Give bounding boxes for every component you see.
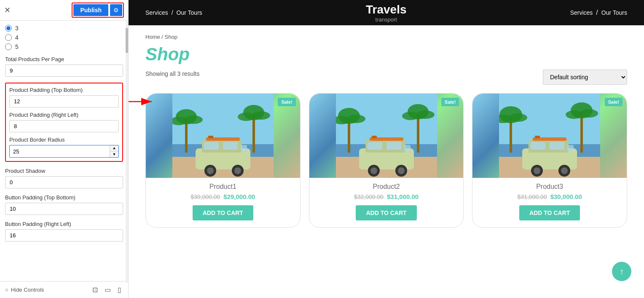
svg-rect-59 xyxy=(531,142,545,150)
product-illustration-2 xyxy=(336,94,437,178)
border-radius-input[interactable] xyxy=(10,146,110,157)
tablet-icon: ▭ xyxy=(105,286,111,293)
svg-point-34 xyxy=(416,110,435,119)
svg-point-12 xyxy=(252,111,270,120)
nav-tours-link[interactable]: Our Tours xyxy=(177,9,202,16)
svg-point-19 xyxy=(207,167,214,174)
product-prices-1: $30,000.00 $29,000.00 xyxy=(146,193,300,200)
settings-button[interactable]: ⚙ xyxy=(110,4,122,16)
breadcrumb-home-link[interactable]: Home xyxy=(145,34,160,40)
svg-point-56 xyxy=(580,109,598,118)
products-grid: Sale! Product1 $30,000.00 $29,000.00 Add… xyxy=(145,93,627,228)
product-card-3: Sale! Product3 $31,000.00 $30,000.00 Add… xyxy=(472,93,627,228)
product-image-wrapper-1: Sale! xyxy=(146,94,300,178)
columns-radio-group: 3 4 5 xyxy=(5,25,123,50)
price-old-3: $31,000.00 xyxy=(518,193,547,200)
add-to-cart-3[interactable]: Add to cart xyxy=(519,205,580,220)
nav-sep-1: / xyxy=(172,9,173,16)
svg-rect-67 xyxy=(535,136,540,138)
svg-rect-9 xyxy=(252,115,255,153)
radio-3-label: 3 xyxy=(15,25,19,32)
btn-padding-right-left-field: Button Padding (Right Left) xyxy=(5,221,123,242)
radio-5-input[interactable] xyxy=(5,43,12,50)
svg-rect-17 xyxy=(241,145,247,151)
product-illustration-1 xyxy=(172,94,274,178)
product-card-1: Sale! Product1 $30,000.00 $29,000.00 Add… xyxy=(145,93,301,228)
publish-wrapper: Publish ⚙ xyxy=(72,3,124,18)
panel-content: 3 4 5 Total Products Per Page Product Pa… xyxy=(0,21,128,281)
svg-rect-31 xyxy=(417,114,419,153)
product-name-1: Product1 xyxy=(146,183,300,191)
svg-rect-23 xyxy=(208,136,213,138)
publish-button[interactable]: Publish xyxy=(73,4,108,16)
svg-point-63 xyxy=(534,167,540,174)
btn-padding-right-left-label: Button Padding (Right Left) xyxy=(5,221,123,227)
btn-padding-right-left-input[interactable] xyxy=(5,229,123,242)
nav-right-tours-link[interactable]: Our Tours xyxy=(601,9,627,16)
btn-padding-top-bottom-label: Button Padding (Top Bottom) xyxy=(5,194,123,201)
radio-option-5[interactable]: 5 xyxy=(5,43,123,50)
product-shadow-input[interactable] xyxy=(5,176,123,188)
sort-select[interactable]: Default sorting Sort by popularity Sort … xyxy=(543,70,627,85)
shop-toolbar: Showing all 3 results Default sorting So… xyxy=(145,70,627,85)
main-area: Services / Our Tours Travels transport S… xyxy=(129,0,644,298)
padding-right-left-input[interactable] xyxy=(9,120,119,132)
nav-services-link[interactable]: Services xyxy=(145,9,168,16)
panel-footer: ○ Hide Controls ⊡ ▭ ▯ xyxy=(0,281,128,298)
hide-controls-button[interactable]: ○ Hide Controls xyxy=(5,287,44,293)
product-image-1 xyxy=(146,94,300,178)
radio-4-label: 4 xyxy=(15,34,19,41)
monitor-view-button[interactable]: ⊡ xyxy=(91,285,99,295)
add-to-cart-1[interactable]: Add to cart xyxy=(193,205,253,220)
spinner-down-button[interactable]: ▼ xyxy=(110,151,118,157)
svg-point-11 xyxy=(238,113,255,121)
close-button[interactable]: ✕ xyxy=(4,5,11,15)
padding-top-bottom-input[interactable] xyxy=(9,95,119,107)
svg-point-33 xyxy=(402,112,419,120)
site-title: Travels xyxy=(202,3,570,16)
spinner-controls: ▲ ▼ xyxy=(110,145,118,157)
price-new-2: $31,000.00 xyxy=(387,193,419,200)
svg-point-30 xyxy=(347,115,365,123)
shop-page-title: Shop xyxy=(145,44,627,64)
radio-3-input[interactable] xyxy=(5,25,12,32)
add-to-cart-2[interactable]: Add to cart xyxy=(356,205,416,220)
svg-rect-39 xyxy=(404,145,411,151)
product-card-2: Sale! Product2 $32,000.00 $31,000.00 Add… xyxy=(309,93,464,228)
product-shadow-field: Product Shadow xyxy=(5,168,123,188)
breadcrumb: Home / Shop xyxy=(145,34,627,40)
price-new-3: $30,000.00 xyxy=(550,193,582,200)
border-radius-field: Product Border Radius ▲ ▼ xyxy=(9,137,119,158)
breadcrumb-sep: / xyxy=(161,34,164,40)
total-products-field: Total Products Per Page xyxy=(5,56,123,77)
scroll-indicator[interactable] xyxy=(126,19,128,283)
svg-point-52 xyxy=(509,113,527,122)
radio-option-3[interactable]: 3 xyxy=(5,25,123,32)
radio-4-input[interactable] xyxy=(5,34,12,41)
total-products-input[interactable] xyxy=(5,64,123,77)
scroll-to-top-button[interactable]: ↑ xyxy=(612,262,631,281)
sale-badge-3: Sale! xyxy=(605,98,623,106)
hide-controls-label: Hide Controls xyxy=(11,287,44,293)
padding-border-section: Product Padding (Top Bottom) Product Pad… xyxy=(5,83,123,162)
radio-option-4[interactable]: 4 xyxy=(5,34,123,41)
tablet-view-button[interactable]: ▭ xyxy=(103,285,113,295)
svg-point-55 xyxy=(566,110,582,119)
svg-point-65 xyxy=(561,167,568,174)
svg-point-43 xyxy=(398,167,405,174)
page-content: Home / Shop Shop Showing all 3 results D… xyxy=(129,25,644,298)
nav-right-services-link[interactable]: Services xyxy=(570,9,593,16)
header-nav-left: Services / Our Tours xyxy=(145,9,202,16)
site-header: Services / Our Tours Travels transport S… xyxy=(129,0,644,25)
padding-top-bottom-field: Product Padding (Top Bottom) xyxy=(9,87,119,107)
transport-label: transport xyxy=(202,16,570,23)
padding-right-left-label: Product Padding (Right Left) xyxy=(9,112,119,118)
left-panel: ✕ Publish ⚙ 3 4 5 Total Products Per Pag… xyxy=(0,0,129,298)
radio-5-label: 5 xyxy=(15,43,19,50)
sale-badge-1: Sale! xyxy=(278,98,295,106)
scroll-thumb xyxy=(126,28,128,53)
mobile-view-button[interactable]: ▯ xyxy=(116,285,123,295)
border-radius-spinner: ▲ ▼ xyxy=(9,145,119,158)
spinner-up-button[interactable]: ▲ xyxy=(110,145,118,151)
btn-padding-top-bottom-input[interactable] xyxy=(5,203,123,215)
